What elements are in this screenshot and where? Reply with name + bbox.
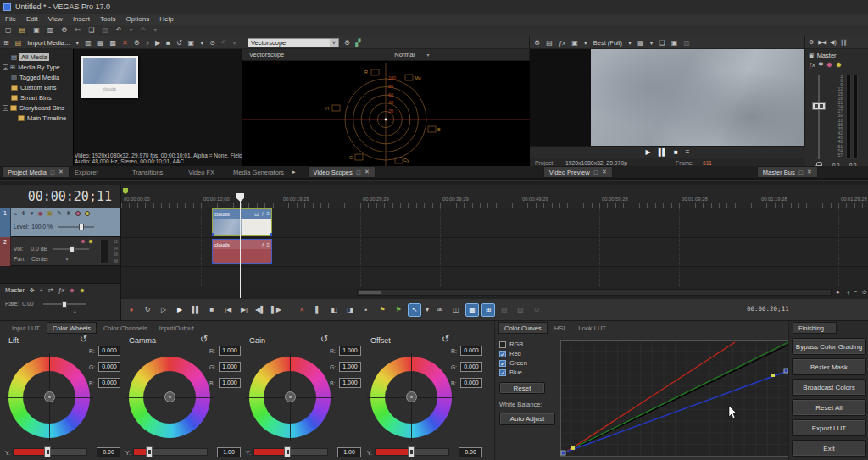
offset-r-value[interactable]: 0.000 xyxy=(460,346,482,356)
tab-float-icon[interactable]: □ xyxy=(51,169,54,175)
quality-caret-icon[interactable]: ▾ xyxy=(628,39,632,47)
preview-icon[interactable]: ▥ xyxy=(85,39,92,47)
event-fx-icon[interactable]: ƒ xyxy=(261,211,264,217)
pan-caret-icon[interactable]: ▼ xyxy=(64,257,69,262)
gain-r-value[interactable]: 1.000 xyxy=(339,346,361,356)
menu-view[interactable]: View xyxy=(43,14,68,25)
video-clip[interactable]: clouds ⊡ ƒ ≡ xyxy=(212,208,272,236)
normal-edit-tool-button[interactable]: ↖ xyxy=(408,303,421,317)
preview-pause-icon[interactable]: ▌▌ xyxy=(659,148,666,156)
remove-icon[interactable]: ✕ xyxy=(122,39,128,47)
audio-icon[interactable]: ♪ xyxy=(146,39,149,47)
record-button[interactable]: ● xyxy=(125,303,138,317)
bus-fx-icon[interactable]: ƒx xyxy=(58,287,64,293)
bus-mute-icon[interactable] xyxy=(826,62,832,68)
gain-y-handle[interactable] xyxy=(284,446,291,457)
level-slider[interactable] xyxy=(58,226,94,228)
track-mute-dot-icon[interactable] xyxy=(81,239,86,244)
master-fader[interactable] xyxy=(818,75,820,159)
event-menu-icon[interactable]: ≡ xyxy=(266,211,270,217)
redo-icon[interactable]: ↷ xyxy=(141,26,147,34)
bin-all-media[interactable]: ▤All Media xyxy=(3,52,73,62)
track-solo-dot-icon[interactable] xyxy=(85,211,90,216)
timeline-scrollbar[interactable] xyxy=(357,289,832,296)
meters-icon[interactable]: ∥∥ xyxy=(841,39,847,46)
trim-start-button[interactable]: ◧ xyxy=(327,303,341,317)
lift-g-value[interactable]: 0.000 xyxy=(98,362,120,372)
ripple-edit-button[interactable]: ▧ xyxy=(514,303,527,317)
downmix-icon[interactable]: ▶◀ xyxy=(818,39,826,46)
bypass-color-grading-button[interactable]: Bypass Color Grading xyxy=(792,338,866,355)
bus-routing-icon[interactable]: ⇄ xyxy=(48,287,53,294)
copy-icon[interactable]: ❏ xyxy=(88,26,94,34)
bus-solo-icon[interactable] xyxy=(836,62,842,68)
menu-help[interactable]: Help xyxy=(154,14,178,25)
rate-slider[interactable] xyxy=(43,303,86,305)
tab-look-lut[interactable]: Look LUT xyxy=(573,322,611,334)
selection-tool-button[interactable]: ◫ xyxy=(449,303,463,317)
scroll-right-icon[interactable]: ▸ xyxy=(837,289,840,296)
mute-icon[interactable]: ◉ xyxy=(37,210,42,217)
bin-storyboard-bins[interactable]: −Storyboard Bins xyxy=(3,103,73,113)
new-project-icon[interactable]: ▢ xyxy=(5,26,12,34)
play-from-start-button[interactable]: ▷ xyxy=(157,303,170,317)
stop-icon[interactable]: ■ xyxy=(166,39,170,47)
lift-wheel-puck[interactable] xyxy=(44,391,55,402)
timeline-ruler[interactable]: 00:00:00;00 00:00:10;00 00:00:19;29 00:0… xyxy=(120,185,868,208)
rgb-checkbox[interactable] xyxy=(499,341,506,348)
insert-region-button[interactable]: ⚑ xyxy=(392,303,405,317)
track-solo-dot-icon[interactable] xyxy=(88,239,93,244)
tab-video-fx[interactable]: Video FX xyxy=(183,166,220,178)
save-frame-icon[interactable]: ▣ xyxy=(671,39,678,47)
save-icon[interactable]: ▣ xyxy=(33,26,40,34)
tab-input-lut[interactable]: Input LUT xyxy=(7,322,45,334)
compositing-icon[interactable]: ❋ xyxy=(66,210,71,217)
play-icon[interactable]: ▶ xyxy=(155,39,160,47)
blue-checkbox[interactable] xyxy=(499,369,506,376)
gain-g-value[interactable]: 1.000 xyxy=(339,362,361,372)
broadcast-colors-button[interactable]: Broadcast Colors xyxy=(792,379,866,396)
video-fx-icon[interactable]: ƒx xyxy=(559,39,565,47)
overlays-caret-icon[interactable]: ▾ xyxy=(650,39,654,47)
auto-adjust-button[interactable]: Auto Adjust xyxy=(499,413,555,425)
tracks-lane[interactable]: clouds ⊡ ƒ ≡ clouds xyxy=(120,208,868,286)
scope-settings-icon[interactable]: ⚙ xyxy=(344,39,350,47)
views-caret-icon[interactable]: ▾ xyxy=(200,39,203,47)
gain-y-value[interactable]: 1.00 xyxy=(337,447,361,457)
automation-icon[interactable]: ✎ xyxy=(57,210,62,217)
zoom-icon[interactable]: ⊙ xyxy=(209,39,215,47)
loop-playback-button[interactable]: ↻ xyxy=(141,303,154,317)
channel-red[interactable]: Red xyxy=(499,349,559,358)
zoom-edit-button[interactable]: ⊙ xyxy=(530,303,543,317)
audio-clip[interactable]: clouds ƒ ≡ xyxy=(212,239,272,264)
loop-gray-icon[interactable]: ▧ xyxy=(683,39,690,47)
gamma-g-value[interactable]: 1.000 xyxy=(219,362,241,372)
views-grid-icon[interactable]: ⊞ xyxy=(3,39,9,47)
monitor-caret-icon[interactable]: ▾ xyxy=(584,39,587,47)
gain-b-value[interactable]: 1.000 xyxy=(339,378,361,388)
media-thumbnail-card[interactable]: clouds xyxy=(81,56,138,98)
bin-custom-bins[interactable]: Custom Bins xyxy=(3,82,73,92)
channel-rgb[interactable]: RGB xyxy=(499,340,559,349)
channel-blue[interactable]: Blue xyxy=(499,368,559,377)
reset-wheel-icon[interactable]: ↺ xyxy=(320,335,328,343)
go-to-end-button[interactable]: ▶| xyxy=(237,303,251,317)
import-caret-icon[interactable]: ▾ xyxy=(75,39,79,47)
collapse-icon[interactable]: − xyxy=(3,105,8,111)
reset-wheel-icon[interactable]: ↺ xyxy=(200,335,208,343)
split-button[interactable]: ▌ xyxy=(311,303,325,317)
track-grip-icon[interactable]: ≡ xyxy=(14,211,17,217)
hover-caret-icon[interactable]: ▾ xyxy=(233,39,236,47)
master-fader-handle[interactable] xyxy=(812,102,826,110)
gamma-y-value[interactable]: 1.00 xyxy=(217,447,241,457)
scope-select[interactable]: Vectorscope ∨ xyxy=(248,38,339,47)
lift-y-value[interactable]: 0.00 xyxy=(97,447,120,457)
previous-frame-button[interactable]: ◀▌ xyxy=(253,303,267,317)
next-frame-button[interactable]: ▌▶ xyxy=(270,303,283,317)
tab-color-wheels[interactable]: Color Wheels xyxy=(47,322,97,334)
tab-transitions[interactable]: Transitions xyxy=(127,166,168,178)
channel-green[interactable]: Green xyxy=(499,358,559,368)
tab-close-icon[interactable]: ✕ xyxy=(807,169,812,175)
transport-time-display[interactable]: 00:00:20;11 xyxy=(747,305,789,313)
timeline-scrollbar-thumb[interactable] xyxy=(359,291,381,294)
